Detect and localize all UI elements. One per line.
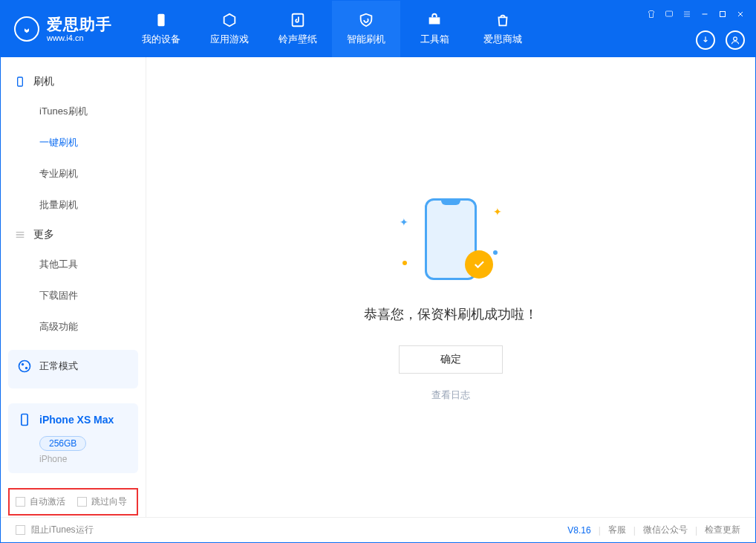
device-icon: [14, 76, 26, 88]
skin-icon[interactable]: [647, 8, 656, 22]
account-button[interactable]: [726, 30, 745, 50]
app-name: 爱思助手: [47, 16, 112, 33]
device-mode-label: 正常模式: [39, 360, 78, 373]
bag-icon: [495, 12, 511, 28]
minimize-button[interactable]: [700, 8, 709, 22]
svg-rect-2: [666, 11, 673, 16]
sidebar-item-download-firmware[interactable]: 下载固件: [1, 280, 146, 311]
sidebar-item-one-click-flash[interactable]: 一键刷机: [1, 127, 146, 158]
skip-wizard-checkbox[interactable]: 跳过向导: [77, 495, 127, 508]
auto-activate-checkbox[interactable]: 自动激活: [16, 495, 65, 508]
main-content: ✦ ✦ 恭喜您，保资料刷机成功啦！ 确定 查看日志: [146, 57, 755, 517]
shield-refresh-icon: [358, 12, 374, 28]
device-type-label: iPhone: [39, 454, 129, 464]
phone-outline-icon: [17, 412, 32, 427]
svg-point-4: [734, 37, 737, 41]
tab-my-device[interactable]: 我的设备: [127, 1, 195, 57]
sidebar-item-batch-flash[interactable]: 批量刷机: [1, 189, 146, 221]
svg-point-7: [22, 363, 24, 365]
sparkle-icon: ✦: [400, 216, 408, 228]
device-mode-card: 正常模式: [8, 350, 138, 388]
topbar-action-icons: [696, 30, 745, 50]
view-log-link[interactable]: 查看日志: [431, 388, 470, 402]
sidebar-section-flash: 刷机: [1, 68, 146, 96]
music-note-icon: [290, 12, 306, 28]
highlighted-options-box: 自动激活 跳过向导: [8, 488, 138, 516]
dot-icon: [403, 261, 407, 265]
device-name: iPhone XS Max: [39, 414, 114, 426]
title-bar: 爱思助手 www.i4.cn 我的设备 应用游戏 铃声壁纸 智能刷机 工具箱 爱…: [1, 1, 755, 57]
menu-icon[interactable]: [682, 8, 691, 22]
footer-link-support[interactable]: 客服: [608, 524, 626, 536]
device-info-card[interactable]: iPhone XS Max 256GB iPhone: [8, 403, 138, 473]
mode-icon: [17, 359, 32, 374]
sidebar-item-pro-flash[interactable]: 专业刷机: [1, 158, 146, 189]
confirm-button[interactable]: 确定: [399, 345, 503, 374]
main-tabs: 我的设备 应用游戏 铃声壁纸 智能刷机 工具箱 爱思商城: [127, 1, 537, 57]
check-badge-icon: [465, 250, 493, 279]
sidebar-item-itunes-flash[interactable]: iTunes刷机: [1, 96, 146, 127]
tab-smart-flash[interactable]: 智能刷机: [332, 1, 400, 57]
block-itunes-checkbox[interactable]: 阻止iTunes运行: [16, 524, 94, 536]
sidebar-item-advanced[interactable]: 高级功能: [1, 311, 146, 342]
list-icon: [14, 229, 26, 241]
sidebar-section-more: 更多: [1, 221, 146, 249]
svg-rect-0: [157, 14, 164, 27]
svg-rect-9: [22, 414, 27, 426]
window-quick-icons: [647, 8, 745, 22]
feedback-icon[interactable]: [665, 8, 674, 22]
tab-store[interactable]: 爱思商城: [469, 1, 537, 57]
app-logo: 爱思助手 www.i4.cn: [14, 1, 127, 57]
device-capacity-badge: 256GB: [39, 436, 86, 451]
toolbox-icon: [426, 12, 443, 28]
sparkle-icon: ✦: [493, 206, 502, 218]
sidebar-item-other-tools[interactable]: 其他工具: [1, 249, 146, 280]
logo-icon: [14, 16, 39, 42]
svg-point-8: [25, 367, 27, 369]
sidebar: 刷机 iTunes刷机 一键刷机 专业刷机 批量刷机 更多 其他工具 下载固件 …: [1, 57, 146, 517]
maximize-button[interactable]: [718, 8, 727, 22]
status-bar: 阻止iTunes运行 V8.16 | 客服 | 微信公众号 | 检查更新: [1, 517, 755, 542]
tab-toolbox[interactable]: 工具箱: [400, 1, 469, 57]
checkbox-icon: [16, 525, 25, 535]
version-label: V8.16: [567, 525, 590, 536]
dot-icon: [493, 250, 498, 255]
tab-ringtones-wallpapers[interactable]: 铃声壁纸: [264, 1, 332, 57]
close-button[interactable]: [736, 8, 745, 22]
app-url: www.i4.cn: [47, 33, 112, 42]
success-message: 恭喜您，保资料刷机成功啦！: [364, 305, 538, 323]
svg-rect-5: [18, 77, 23, 86]
cube-icon: [221, 12, 238, 28]
footer-link-update[interactable]: 检查更新: [705, 524, 740, 536]
success-illustration: ✦ ✦: [395, 198, 506, 287]
checkbox-icon: [16, 497, 25, 507]
tab-apps-games[interactable]: 应用游戏: [195, 1, 264, 57]
footer-link-wechat[interactable]: 微信公众号: [643, 524, 688, 536]
checkbox-icon: [77, 497, 87, 507]
svg-rect-3: [720, 12, 726, 17]
download-button[interactable]: [696, 30, 715, 50]
phone-icon: [153, 12, 169, 28]
svg-point-6: [19, 361, 30, 372]
